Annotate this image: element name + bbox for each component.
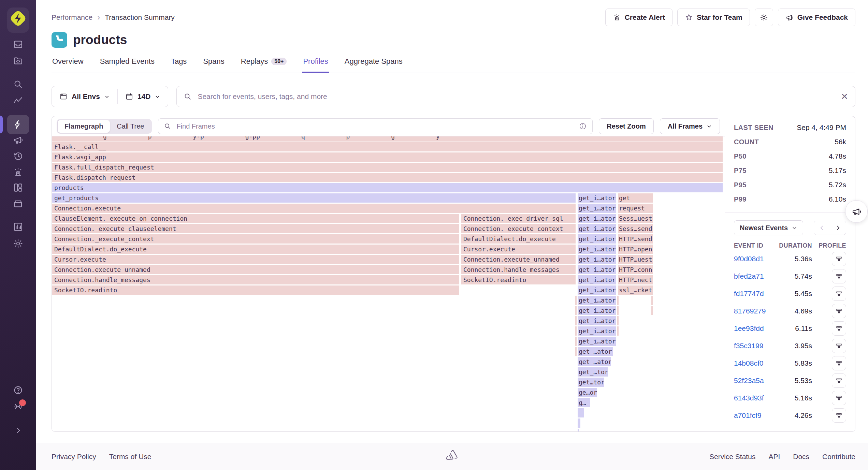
events-sort-dropdown[interactable]: Newest Events <box>734 220 803 235</box>
view-profile-button[interactable] <box>832 304 846 318</box>
flame-frame-sliver[interactable] <box>575 296 577 305</box>
flame-frame[interactable]: Connection.execute <box>52 204 576 213</box>
footer-link-api[interactable]: API <box>768 453 780 461</box>
flame-frame[interactable]: Flask.wsgi_app <box>52 152 723 162</box>
footer-link-docs[interactable]: Docs <box>793 453 809 461</box>
flame-frame[interactable]: Sess…send <box>618 224 653 233</box>
tab-sampled-events[interactable]: Sampled Events <box>99 56 155 73</box>
flame-frame-sliver[interactable] <box>575 306 577 315</box>
flame-frame[interactable]: get_i…ator <box>578 214 616 223</box>
flame-frame[interactable]: HTTP…open <box>618 245 653 254</box>
flame-frame[interactable]: get <box>618 193 653 203</box>
flame-frame[interactable]: Flask.full_dispatch_request <box>52 163 723 172</box>
clear-search-icon[interactable]: ✕ <box>841 92 848 101</box>
flame-frame[interactable]: get_i…ator <box>578 275 616 284</box>
flame-frame[interactable]: Cursor.execute <box>461 245 576 254</box>
view-profile-button[interactable] <box>832 269 846 283</box>
flame-frame[interactable]: get_products <box>52 193 576 203</box>
flame-frame[interactable]: get_i…ator <box>578 316 616 325</box>
tab-spans[interactable]: Spans <box>202 56 225 73</box>
flame-frame-partial[interactable]: g p y-p g-pp q p g y <box>52 136 723 142</box>
flame-frame[interactable]: g… <box>578 398 590 407</box>
sidebar-item-dashboards[interactable] <box>9 180 28 195</box>
flame-frame[interactable]: Flask.dispatch_request <box>52 173 723 182</box>
flame-frame[interactable]: HTTP…conn <box>618 265 653 274</box>
flame-frame[interactable]: get_i…ator <box>578 337 616 346</box>
frame-filter-dropdown[interactable]: All Frames <box>660 118 720 134</box>
sidebar-item-stats[interactable] <box>9 219 28 235</box>
flame-frame[interactable]: Connection._exec_driver_sql <box>461 214 576 223</box>
event-id-link[interactable]: fd17747d <box>734 290 771 298</box>
flame-frame[interactable]: ge…or <box>578 388 597 397</box>
flame-frame-sliver[interactable] <box>575 347 577 356</box>
sidebar-item-collapse[interactable] <box>9 423 28 438</box>
event-id-link[interactable]: 81769279 <box>734 307 771 315</box>
flame-frame[interactable]: Connection._execute_context <box>52 234 459 244</box>
flame-frame[interactable]: get_i…ator <box>578 234 616 244</box>
flame-frame[interactable]: HTTP…uest <box>618 255 653 264</box>
flame-frame[interactable]: Connection.handle_messages <box>52 275 459 284</box>
flame-frame[interactable]: get_i…ator <box>578 193 616 203</box>
view-profile-button[interactable] <box>832 408 846 423</box>
view-profile-button[interactable] <box>832 356 846 370</box>
flame-frame-sliver[interactable] <box>617 326 619 336</box>
event-id-link[interactable]: 52f23a5a <box>734 377 771 385</box>
flame-frame[interactable]: get_i…ator <box>578 265 616 274</box>
flame-frame[interactable]: SocketIO.readinto <box>52 285 459 295</box>
flamegraph-view-button[interactable]: Flamegraph <box>58 120 110 133</box>
find-frames-input[interactable] <box>176 122 574 131</box>
flame-frame[interactable]: request <box>618 204 653 213</box>
give-feedback-button[interactable]: Give Feedback <box>778 9 855 26</box>
flame-frame[interactable]: Cursor.execute <box>52 255 459 264</box>
date-range-selector[interactable]: 14D <box>118 86 168 107</box>
flame-frame[interactable]: HTTP…nect <box>618 275 653 284</box>
flame-frame[interactable]: get_i…ator <box>578 224 616 233</box>
flame-frame-sliver[interactable] <box>617 296 619 305</box>
view-profile-button[interactable] <box>832 321 846 336</box>
flame-frame[interactable]: Sess…uest <box>618 214 653 223</box>
flame-frame[interactable]: get_…ator <box>578 347 613 356</box>
star-for-team-button[interactable]: Star for Team <box>677 9 750 26</box>
flame-frame[interactable]: get_i…ator <box>578 306 616 315</box>
call-tree-view-button[interactable]: Call Tree <box>110 120 151 133</box>
flame-frame[interactable]: get_i…ator <box>578 255 616 264</box>
flame-frame[interactable]: get_…ator <box>578 357 611 366</box>
sidebar-item-help[interactable] <box>9 382 28 398</box>
flame-frame[interactable]: ClauseElement._execute_on_connection <box>52 214 459 223</box>
view-profile-button[interactable] <box>832 339 846 353</box>
event-id-link[interactable]: a701fcf9 <box>734 411 771 420</box>
flame-frame[interactable]: Connection.execute_unnamed <box>461 255 576 264</box>
flame-frame-sliver[interactable] <box>575 316 577 325</box>
flame-frame[interactable]: products <box>52 183 723 192</box>
reset-zoom-button[interactable]: Reset Zoom <box>599 118 653 134</box>
sidebar-item-settings[interactable] <box>9 236 28 251</box>
tab-tags[interactable]: Tags <box>170 56 187 73</box>
tab-aggregate-spans[interactable]: Aggregate Spans <box>344 56 403 73</box>
event-id-link[interactable]: 14b08cf0 <box>734 359 771 367</box>
environment-selector[interactable]: All Envs <box>52 86 117 107</box>
sidebar-item-issues[interactable] <box>9 36 28 52</box>
tab-replays[interactable]: Replays50+ <box>240 56 288 73</box>
flame-frame[interactable]: get…tor <box>578 378 604 387</box>
feedback-fab[interactable] <box>845 200 868 223</box>
flame-frame-sliver[interactable] <box>617 306 619 315</box>
sidebar-item-broadcast[interactable] <box>9 399 28 414</box>
event-id-link[interactable]: f35c3199 <box>734 342 771 350</box>
footer-link-terms-of-use[interactable]: Terms of Use <box>109 453 151 461</box>
flame-frame-sliver[interactable] <box>578 429 579 431</box>
sidebar-item-alerts[interactable] <box>9 164 28 180</box>
flame-frame[interactable]: SocketIO.readinto <box>461 275 576 284</box>
sidebar-item-search[interactable] <box>9 76 28 92</box>
sidebar-item-projects[interactable] <box>9 53 28 69</box>
flame-frame[interactable]: ssl_…cket <box>618 285 653 295</box>
flame-frame[interactable]: Connection.handle_messages <box>461 265 576 274</box>
flame-frame[interactable]: get_…tor <box>578 367 608 377</box>
flame-frame-sliver[interactable] <box>578 418 580 428</box>
flame-frame-sliver[interactable] <box>578 408 584 417</box>
previous-page-button[interactable] <box>814 221 830 235</box>
footer-link-contribute[interactable]: Contribute <box>822 453 855 461</box>
event-id-link[interactable]: 9f0d08d1 <box>734 255 771 263</box>
flame-frame[interactable]: DefaultDialect.do_execute <box>52 245 459 254</box>
sidebar-item-replays[interactable] <box>9 148 28 164</box>
settings-button[interactable] <box>755 9 773 26</box>
